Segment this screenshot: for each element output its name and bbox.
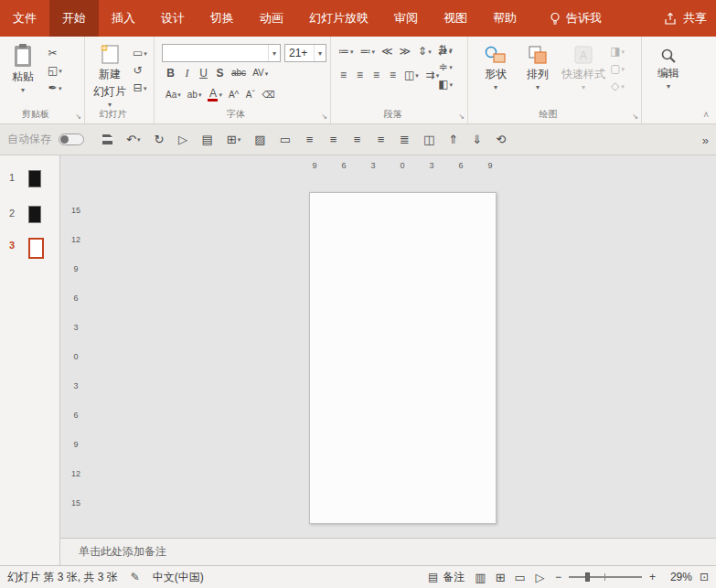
slide-canvas[interactable] (309, 192, 497, 524)
reset-slide-button[interactable]: ↺ (133, 65, 147, 76)
font-name-select[interactable]: ▾ (162, 44, 281, 62)
underline-button[interactable]: U (198, 68, 208, 79)
zoom-out-button[interactable]: − (555, 571, 561, 583)
notes-toggle-button[interactable]: ▤ 备注 (428, 570, 465, 585)
vertical-text-button[interactable]: ⇅▾ (438, 44, 453, 55)
undo-button[interactable]: ↶▾ (126, 134, 141, 145)
zoom-slider[interactable] (569, 572, 642, 583)
font-size-select[interactable]: 21+ ▾ (284, 44, 326, 62)
columns-button[interactable]: ◫▾ (404, 69, 419, 80)
align-center-button[interactable]: ≡ (328, 134, 338, 145)
ribbon-tab-transitions[interactable]: 切换 (198, 0, 247, 37)
zoom-level[interactable]: 29% (663, 571, 692, 583)
editing-button[interactable]: 编辑 ▾ (652, 48, 685, 91)
numbering-button[interactable]: ≕▾ (360, 46, 376, 57)
copy-button[interactable]: ◱▾ (48, 65, 62, 76)
bullets-button[interactable]: ≔▾ (338, 46, 354, 57)
columns-icon: ◫ (423, 134, 434, 145)
slide-thumbnail-3[interactable]: 3 (0, 238, 60, 265)
fit-to-window-button[interactable]: ⊡ (700, 571, 709, 583)
clear-formatting-button[interactable]: ⌫ (262, 91, 274, 100)
slide-thumbnail-2[interactable]: 2 (0, 206, 60, 233)
bring-forward-button[interactable]: ⇑ (448, 134, 458, 145)
increase-font-size-button[interactable]: A^ (229, 91, 239, 100)
print-preview-button[interactable]: ▤ (202, 134, 213, 145)
quick-styles-button[interactable]: A 快速样式 ▾ (560, 45, 607, 91)
share-button[interactable]: 共享 (664, 0, 707, 37)
collapse-ribbon-button[interactable]: ˄ (703, 110, 709, 120)
slide-show-view-button[interactable]: ▷ (535, 572, 545, 583)
more-commands-button[interactable]: » (702, 124, 709, 155)
ribbon-tab-review[interactable]: 审阅 (381, 0, 431, 37)
proofing-icon[interactable]: ✎ (131, 571, 140, 583)
align-left-button[interactable]: ≡ (305, 134, 315, 145)
shape-outline-button[interactable]: ▢▾ (610, 63, 625, 74)
zoom-slider-thumb[interactable] (585, 572, 590, 582)
ribbon-tab-home[interactable]: 开始 (49, 0, 99, 37)
cut-button[interactable]: ✂ (48, 48, 62, 59)
text-shadow-button[interactable]: S (215, 68, 225, 79)
ribbon-tab-view[interactable]: 视图 (431, 0, 480, 37)
shape-fill-button[interactable]: ◨▾ (610, 46, 625, 57)
font-dialog-launcher[interactable]: ↘ (321, 113, 327, 121)
align-center-button[interactable]: ≡ (355, 69, 365, 80)
rotate-button[interactable]: ⟲ (496, 134, 506, 145)
strikethrough-button[interactable]: abc (231, 69, 246, 78)
decrease-font-size-button[interactable]: Aˇ (245, 91, 255, 100)
arrange-button[interactable]: 排列 ▾ (519, 45, 556, 91)
italic-button[interactable]: I (182, 68, 192, 79)
new-slide-button[interactable]: 新建 幻灯片 ▾ (91, 43, 129, 109)
ribbon-tab-insert[interactable]: 插入 (99, 0, 148, 37)
language-status[interactable]: 中文(中国) (153, 570, 204, 585)
autosave-toggle[interactable] (59, 134, 84, 145)
shapes-button[interactable]: 形状 ▾ (477, 45, 514, 91)
shape-effects-button[interactable]: ◇▾ (610, 80, 625, 91)
align-left-button[interactable]: ≡ (338, 69, 348, 80)
slide-layout-button[interactable]: ▭▾ (133, 48, 147, 59)
align-right-button[interactable]: ≡ (371, 69, 381, 80)
zoom-in-button[interactable]: + (649, 571, 656, 583)
ribbon-tab-help[interactable]: 帮助 (480, 0, 529, 37)
line-spacing-button[interactable]: ⇕▾ (417, 46, 432, 57)
text-highlight-button[interactable]: ab▾ (187, 91, 202, 100)
decrease-indent-button[interactable]: ≪ (381, 46, 393, 57)
reading-view-button[interactable]: ▭ (515, 572, 526, 583)
font-color-button[interactable]: A▾ (208, 88, 222, 102)
save-button[interactable] (102, 134, 112, 144)
ribbon-tab-design[interactable]: 设计 (148, 0, 198, 37)
bold-button[interactable]: B (166, 68, 176, 79)
slide-sorter-view-button[interactable]: ⊞ (496, 572, 506, 583)
increase-indent-button[interactable]: ≫ (400, 46, 411, 57)
section-button[interactable]: ⊟▾ (133, 82, 147, 93)
send-backward-button[interactable]: ⇓ (472, 134, 482, 145)
smartart-button[interactable]: ◧▾ (438, 79, 453, 90)
redo-button[interactable]: ↻ (155, 134, 165, 145)
ribbon-tab-animations[interactable]: 动画 (247, 0, 296, 37)
justify-button[interactable]: ≡ (376, 134, 386, 145)
drawing-dialog-launcher[interactable]: ↘ (632, 113, 638, 121)
clipboard-dialog-launcher[interactable]: ↘ (75, 113, 81, 121)
insert-table-button[interactable]: ⊞▾ (227, 134, 241, 145)
columns-button[interactable]: ◫ (423, 134, 434, 145)
slide-thumbnail-1[interactable]: 1 (0, 170, 60, 198)
align-right-button[interactable]: ≡ (352, 134, 362, 145)
normal-view-button[interactable]: ▥ (475, 572, 486, 583)
character-spacing-button[interactable]: AV▾ (252, 69, 268, 78)
paragraph-dialog-launcher[interactable]: ↘ (458, 113, 465, 121)
convert-smartart-button[interactable]: ⇉▾ (425, 69, 440, 80)
paste-button[interactable]: 粘贴 ▾ (7, 43, 38, 94)
tell-me-button[interactable]: 告诉我 (550, 10, 602, 27)
hruler-number: 0 (400, 161, 404, 170)
ribbon-tab-slideshow[interactable]: 幻灯片放映 (296, 0, 381, 37)
insert-picture-button[interactable]: ▨ (254, 134, 265, 145)
ribbon-tab-file[interactable]: 文件 (0, 0, 49, 37)
notes-pane[interactable]: 单击此处添加备注 (60, 538, 716, 565)
start-slideshow-button[interactable]: ▷ (178, 134, 188, 145)
insert-textbox-button[interactable]: ▭ (280, 134, 291, 145)
distribute-button[interactable]: ≣ (400, 134, 410, 145)
change-case-button[interactable]: Aa▾ (166, 91, 181, 100)
justify-button[interactable]: ≡ (388, 69, 398, 80)
smartart-dropdown-caret: ▾ (449, 81, 453, 88)
format-painter-button[interactable]: ✒▾ (48, 82, 62, 93)
align-text-button[interactable]: ≑▾ (438, 61, 453, 72)
